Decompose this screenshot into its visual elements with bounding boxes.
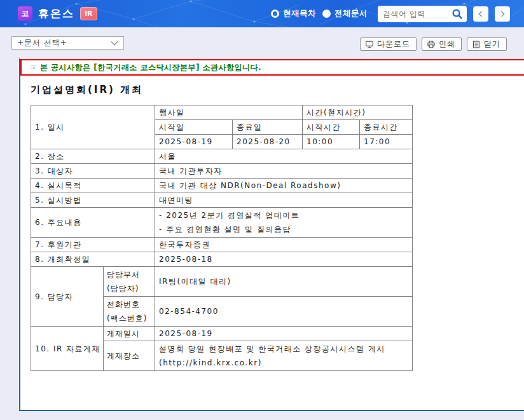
close-icon: [472, 40, 481, 49]
table-row: 3. 대상자 국내 기관투자자: [31, 164, 413, 179]
dropdown-chevron-icon: [110, 40, 119, 46]
radio-selected-icon: [271, 10, 279, 18]
table-row: 9. 담당자 담당부서 (담당자) IR팀(이대일 대리): [31, 267, 413, 297]
row9-label-cell: 9. 담당자: [31, 267, 104, 327]
document-panel: ☞ 본 공시사항은 [한국거래소 코스닥시장본부] 소관사항입니다. 기업설명회…: [19, 58, 524, 411]
end-time-label-cell: 종료시간: [360, 120, 413, 135]
row6-line2: - 주요 경영현황 설명 및 질의응답: [159, 222, 410, 236]
radio-current-toc[interactable]: 현재목차: [271, 8, 316, 19]
start-time-label-cell: 시작시간: [303, 120, 360, 135]
row7-value-cell: 한국투자증권: [155, 238, 413, 252]
time-header-cell: 시간(현지시간): [303, 105, 413, 120]
row5-value-cell: 대면미팅: [155, 193, 413, 208]
search-icon[interactable]: [452, 8, 463, 20]
phone-label-line2: (팩스번호): [107, 311, 152, 325]
download-button[interactable]: 다운로드: [360, 37, 417, 51]
toolbar: +문서 선택+ 다운로드 인쇄: [0, 27, 524, 58]
row4-value-cell: 국내 기관 대상 NDR(Non-Deal Roadshow): [155, 179, 413, 193]
row8-value-cell: 2025-08-18: [155, 252, 413, 267]
row3-label-cell: 3. 대상자: [31, 164, 155, 179]
row9-dept-value-cell: IR팀(이대일 대리): [155, 267, 413, 297]
radio-unselected-icon: [322, 10, 331, 18]
row6-line1: - 2025년 2분기 경영실적 업데이트: [159, 208, 410, 222]
document-select-label: +문서 선택+: [17, 37, 67, 48]
row2-label-cell: 2. 장소: [31, 149, 155, 164]
table-row: 2. 장소 서울: [31, 149, 413, 164]
row4-label-cell: 4. 실시목적: [31, 179, 155, 193]
radio-current-toc-label: 현재목차: [283, 8, 316, 19]
row9-dept-label-cell: 담당부서 (담당자): [104, 267, 155, 297]
next-icon: [499, 10, 506, 18]
jurisdiction-notice-text: ☞ 본 공시사항은 [한국거래소 코스닥시장본부] 소관사항입니다.: [30, 62, 261, 73]
table-row: 1. 일시 행사일 시간(현지시간): [31, 105, 413, 120]
row10-place-value-cell: 설명회 당일 현장배포 및 한국거래소 상장공시시스템 게시 (http://k…: [155, 341, 413, 371]
row9-phone-label-cell: 전화번호 (팩스번호): [104, 297, 155, 327]
table-row: 5. 실시방법 대면미팅: [31, 193, 413, 208]
ir-detail-table: 1. 일시 행사일 시간(현지시간) 시작일 종료일 시작시간 종료시간 202…: [31, 105, 413, 371]
prev-icon: [477, 10, 485, 18]
dept-label-line2: (담당자): [107, 281, 152, 295]
row10-date-label-cell: 게재일시: [104, 327, 155, 341]
row10-date-value-cell: 2025-08-19: [155, 327, 413, 341]
jurisdiction-notice-banner: ☞ 본 공시사항은 [한국거래소 코스닥시장본부] 소관사항입니다.: [20, 59, 524, 76]
row7-label-cell: 7. 후원기관: [31, 238, 155, 252]
row8-label-cell: 8. 개최확정일: [31, 252, 155, 267]
document-select-dropdown[interactable]: +문서 선택+: [11, 36, 124, 50]
close-button[interactable]: 닫기: [467, 37, 507, 51]
row5-label-cell: 5. 실시방법: [31, 193, 155, 208]
start-time-value-cell: 10:00: [303, 135, 360, 149]
row6-value-cell: - 2025년 2분기 경영실적 업데이트 - 주요 경영현황 설명 및 질의응…: [155, 208, 413, 238]
table-row: 6. 주요내용 - 2025년 2분기 경영실적 업데이트 - 주요 경영현황 …: [31, 208, 413, 238]
row10-label-cell: 10. IR 자료게재: [31, 327, 104, 371]
prev-button[interactable]: [473, 6, 488, 22]
company-name: 휴온스: [38, 6, 74, 21]
download-icon: [365, 40, 374, 49]
phone-label-line1: 전화번호: [107, 297, 152, 311]
close-button-label: 닫기: [484, 39, 500, 50]
end-time-value-cell: 17:00: [360, 135, 413, 149]
row3-value-cell: 국내 기관투자자: [155, 164, 413, 179]
start-date-label-cell: 시작일: [155, 120, 233, 135]
kosdaq-market-badge: 코: [18, 6, 32, 21]
row1-label-cell: 1. 일시: [31, 105, 155, 149]
table-row: 8. 개최확정일 2025-08-18: [31, 252, 413, 267]
table-row: 7. 후원기관 한국투자증권: [31, 238, 413, 252]
start-date-value-cell: 2025-08-19: [155, 135, 233, 149]
row10-place-line1: 설명회 당일 현장배포 및 한국거래소 상장공시시스템 게시: [159, 342, 410, 356]
ir-badge: IR: [80, 7, 97, 20]
search-input[interactable]: [383, 10, 452, 18]
print-button[interactable]: 인쇄: [422, 37, 462, 51]
print-icon: [427, 40, 436, 49]
dept-label-line1: 담당부서: [107, 268, 152, 281]
end-date-label-cell: 종료일: [233, 120, 303, 135]
header-bar: 코 휴온스 IR 현재목차 전체문서: [0, 0, 524, 27]
row2-value-cell: 서울: [155, 149, 413, 164]
row9-phone-value-cell: 02-854-4700: [155, 297, 413, 327]
table-row: 10. IR 자료게재 게재일시 2025-08-19: [31, 327, 413, 341]
document-title: 기업설명회(IR) 개최: [31, 84, 143, 96]
row10-place-line2: (http://kind.krx.co.kr): [159, 356, 410, 370]
event-date-header-cell: 행사일: [155, 105, 303, 120]
search-box: [378, 6, 467, 22]
next-button[interactable]: [495, 6, 510, 22]
print-button-label: 인쇄: [439, 39, 455, 50]
radio-all-documents-label: 전체문서: [334, 8, 368, 19]
end-date-value-cell: 2025-08-20: [233, 135, 303, 149]
table-row: 4. 실시목적 국내 기관 대상 NDR(Non-Deal Roadshow): [31, 179, 413, 193]
row10-place-label-cell: 게재장소: [104, 341, 155, 371]
download-button-label: 다운로드: [377, 39, 410, 50]
row6-label-cell: 6. 주요내용: [31, 208, 155, 238]
radio-all-documents[interactable]: 전체문서: [322, 8, 368, 19]
